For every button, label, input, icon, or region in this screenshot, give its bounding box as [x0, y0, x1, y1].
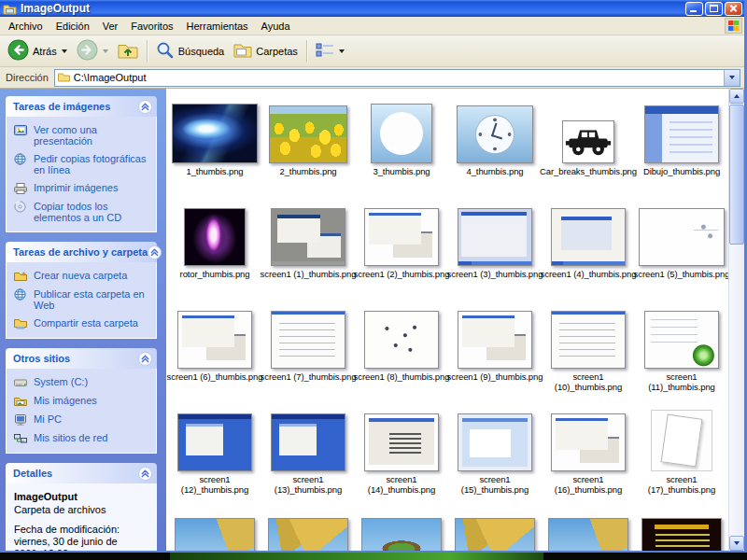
sidebar: Tareas de imágenesVer como una presentac… [0, 89, 166, 551]
file-item[interactable]: screen1 (7)_thumbis.png [262, 300, 354, 402]
file-name: 2_thumbis.png [279, 166, 336, 176]
back-button[interactable]: Atrás [4, 37, 71, 64]
address-dropdown-button[interactable] [724, 70, 740, 86]
back-dropdown-caret[interactable] [62, 49, 67, 53]
maximize-button[interactable] [705, 2, 723, 16]
folders-icon [233, 42, 252, 61]
file-thumbnail [172, 94, 258, 163]
file-item[interactable]: screen1 (4)_thumbis.png [543, 197, 634, 300]
panel-body-file-folder-tasks: Crear nueva carpetaPublicar esta carpeta… [6, 262, 157, 339]
menu-item-herramientas[interactable]: Herramientas [180, 19, 255, 34]
file-item[interactable] [356, 505, 447, 551]
file-thumbnail [458, 300, 532, 369]
task-link-system-c[interactable]: System (C:) [14, 376, 152, 388]
task-link-mi-pc[interactable]: Mi PC [14, 413, 152, 426]
panel-title: Otros sitios [13, 353, 70, 364]
close-button[interactable] [725, 2, 742, 16]
file-item[interactable]: screen1 (15)_thumbis.png [449, 402, 541, 505]
file-thumbnail [271, 402, 345, 471]
menu-item-edicion[interactable]: Edición [49, 19, 96, 34]
file-thumbnail [371, 94, 432, 163]
task-link-compartir-esta-carpeta[interactable]: Compartir esta carpeta [14, 317, 152, 329]
file-thumbnail [457, 94, 533, 163]
file-thumbnail [268, 505, 348, 551]
file-item[interactable]: screen1 (9)_thumbis.png [449, 300, 541, 402]
file-item[interactable]: screen1 (12)_thumbis.png [169, 402, 261, 505]
forward-dropdown-caret[interactable] [103, 49, 108, 53]
scroll-up-button[interactable] [729, 89, 744, 104]
file-item[interactable]: rotor_thumbis.png [169, 197, 261, 300]
panel-header-details[interactable]: Detalles [6, 463, 157, 483]
file-name: screen1 (14)_thumbis.png [368, 474, 435, 495]
task-link-publicar-esta-carpeta-en-web[interactable]: Publicar esta carpeta en Web [14, 288, 152, 311]
file-item[interactable]: screen1 (11)_thumbis.png [636, 300, 727, 402]
thumbnail-image-shot-diagram [364, 311, 439, 369]
file-item[interactable]: screen1 (2)_thumbis.png [356, 197, 447, 300]
file-item[interactable]: screen1 (14)_thumbis.png [356, 402, 447, 505]
panel-header-file-folder-tasks[interactable]: Tareas de archivo y carpeta [6, 242, 157, 262]
file-item[interactable]: screen1 (3)_thumbis.png [449, 197, 541, 300]
search-button[interactable]: Búsqueda [152, 39, 229, 63]
folders-button[interactable]: Carpetas [230, 40, 302, 63]
collapse-chevron-icon[interactable] [138, 100, 152, 114]
thumbnail-image-shot-bluewin [458, 208, 532, 266]
file-item[interactable]: screen1 (5)_thumbis.png [636, 197, 727, 300]
collapse-chevron-icon[interactable] [138, 467, 152, 481]
file-thumbnail [364, 300, 439, 369]
thumbnail-image-doc-blue [644, 105, 719, 163]
file-item[interactable] [169, 505, 261, 551]
menu-item-favoritos[interactable]: Favoritos [124, 19, 179, 34]
file-item[interactable]: Dibujo_thumbis.png [636, 94, 727, 197]
file-item[interactable]: 1_thumbis.png [169, 94, 261, 197]
task-link-copiar-todos-los-elementos-a-un-cd[interactable]: Copiar todos los elementos a un CD [14, 201, 152, 223]
scroll-down-button[interactable] [729, 536, 744, 551]
file-item[interactable]: screen1 (13)_thumbis.png [262, 402, 354, 505]
collapse-chevron-icon[interactable] [138, 352, 152, 366]
file-item[interactable]: screen1 (16)_thumbis.png [543, 402, 634, 505]
file-item[interactable]: screen1 (10)_thumbis.png [543, 300, 634, 402]
thumbnail-image-galaxy [172, 104, 258, 163]
panel-header-other-places[interactable]: Otros sitios [6, 348, 157, 369]
menu-item-archivo[interactable]: Archivo [2, 19, 49, 34]
file-item[interactable]: 3_thumbis.png [356, 94, 447, 197]
file-item[interactable]: screen1 (17)_thumbis.png [636, 402, 727, 505]
task-link-mis-sitios-de-red[interactable]: Mis sitios de red [14, 432, 152, 444]
thumbnail-image-shot-bluewin2 [551, 208, 626, 266]
task-link-crear-nueva-carpeta[interactable]: Crear nueva carpeta [14, 270, 152, 282]
file-item[interactable]: Car_breaks_thumbis.png [543, 94, 634, 197]
vertical-scrollbar[interactable] [728, 89, 744, 551]
file-item[interactable] [636, 505, 727, 551]
address-input[interactable]: C:\ImageOutput [54, 69, 740, 87]
task-link-mis-imagenes[interactable]: Mis imágenes [14, 395, 152, 407]
file-thumbnail [548, 505, 628, 551]
file-item[interactable] [543, 505, 634, 551]
toolbar-separator [147, 40, 148, 63]
views-button[interactable] [312, 40, 348, 63]
file-thumbnail [175, 505, 255, 551]
task-link-imprimir-imagenes[interactable]: Imprimir imágenes [14, 182, 152, 194]
file-item[interactable] [262, 505, 354, 551]
file-item[interactable]: screen1 (1)_thumbis.png [262, 197, 354, 300]
file-thumbnail [364, 197, 439, 266]
file-item[interactable] [449, 505, 541, 551]
titlebar[interactable]: ImageOutput [0, 0, 744, 17]
thumbnail-image-game-island [361, 518, 442, 551]
menu-item-ver[interactable]: Ver [96, 19, 125, 34]
forward-button[interactable] [73, 37, 112, 64]
task-link-pedir-copias-fotograficas-en-linea[interactable]: Pedir copias fotográficas en línea [14, 153, 152, 175]
file-item[interactable]: screen1 (8)_thumbis.png [356, 300, 447, 402]
file-name: screen1 (17)_thumbis.png [648, 474, 715, 495]
scroll-track[interactable] [729, 104, 744, 536]
menu-item-ayuda[interactable]: Ayuda [255, 19, 297, 34]
collapse-chevron-icon[interactable] [148, 245, 162, 259]
up-button[interactable] [114, 39, 142, 63]
minimize-button[interactable] [685, 2, 703, 16]
scroll-thumb[interactable] [729, 105, 744, 245]
thumbnail-image-shot-greenball [644, 311, 719, 369]
file-item[interactable]: 4_thumbis.png [449, 94, 541, 197]
file-item[interactable]: 2_thumbis.png [262, 94, 354, 197]
task-link-ver-como-una-presentacion[interactable]: Ver como una presentación [14, 124, 152, 147]
panel-header-image-tasks[interactable]: Tareas de imágenes [6, 96, 157, 117]
views-dropdown-caret[interactable] [339, 49, 345, 53]
file-item[interactable]: screen1 (6)_thumbis.png [169, 300, 261, 402]
